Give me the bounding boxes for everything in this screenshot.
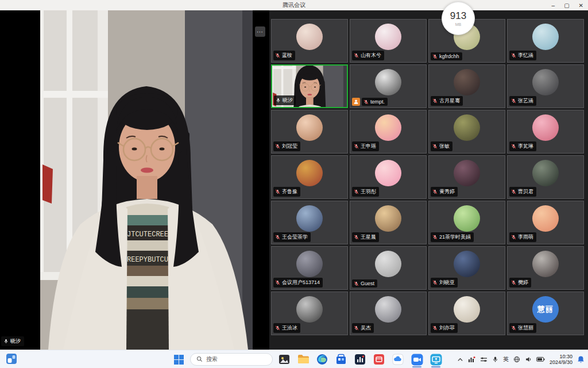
participant-labelbar: 张艺涵 (509, 96, 536, 106)
participant-tile[interactable]: 会议用户513714 (271, 246, 348, 290)
close-button[interactable]: ✕ (579, 2, 583, 9)
participant-tile[interactable]: 晓汐 (271, 64, 348, 108)
participant-labelbar: 21茶学时美娟 (431, 232, 474, 242)
participant-tile[interactable]: 21茶学时美娟 (428, 201, 505, 244)
maximize-button[interactable]: ▢ (564, 2, 569, 9)
file-explorer-icon[interactable] (296, 351, 311, 368)
minimize-button[interactable]: – (552, 2, 555, 9)
mic-muted-icon (275, 280, 280, 285)
microphone-tray-icon[interactable] (492, 356, 498, 363)
participant-tile[interactable]: 王羽彤 (350, 155, 427, 199)
battery-icon[interactable] (536, 356, 545, 362)
participant-labelbar: 刘冠莹 (273, 141, 300, 151)
participant-tile[interactable]: 王申瑶 (350, 110, 427, 154)
participant-tile[interactable]: 王会莹茶学 (271, 201, 348, 244)
self-video (40, 10, 253, 350)
mic-muted-icon (275, 144, 280, 149)
participant-labelbar: kgfrdchh (431, 52, 462, 60)
participant-name: 李忆涵 (518, 52, 533, 59)
main-video-pane[interactable]: 晓汐 (0, 10, 269, 350)
screen-share-app-icon[interactable] (428, 351, 443, 368)
participant-tile[interactable]: 刘晓亚 (428, 246, 505, 290)
participant-tile[interactable]: 李忆涵 (507, 19, 584, 63)
avatar (454, 160, 480, 186)
participant-tile[interactable]: Guest (350, 246, 427, 290)
participant-tile[interactable]: 古月星骞 (428, 64, 505, 108)
network-traffic-badge[interactable]: 913 MB (442, 2, 475, 35)
mic-muted-icon (432, 144, 438, 149)
avatar (375, 296, 401, 323)
hidden-icons-chevron[interactable] (457, 356, 463, 363)
traffic-value: 913 (450, 10, 466, 22)
participant-name: 21茶学时美娟 (439, 233, 471, 241)
participant-tile[interactable]: tempt. (350, 64, 427, 108)
participant-labelbar: 曹贝君 (509, 187, 536, 197)
participant-labelbar: 李忆涵 (509, 51, 536, 60)
participant-labelbar: 李雨萌 (509, 232, 536, 242)
grid-collapse-button[interactable]: ⋯ (255, 26, 265, 37)
microsoft-store-icon[interactable] (334, 351, 349, 368)
sliders-icon[interactable] (480, 356, 488, 363)
mic-muted-icon (432, 98, 438, 103)
avatar (532, 205, 559, 232)
taskbar-clock[interactable]: 10:30 2024/9/30 (550, 354, 572, 366)
avatar (532, 24, 559, 50)
cloud-drive-icon[interactable] (390, 351, 405, 368)
volume-icon[interactable] (525, 356, 532, 363)
participant-labelbar: 古月星骞 (431, 96, 463, 106)
participant-tile[interactable]: 吴杰 (350, 292, 427, 335)
participant-labelbar: 王洽冰 (273, 323, 300, 333)
participant-tile[interactable]: 山有木兮 (350, 19, 427, 63)
participant-name: 李芄琳 (518, 143, 533, 150)
avatar (296, 205, 323, 232)
participant-tile[interactable]: 蓝桉 (271, 19, 348, 63)
participant-labelbar: 齐鲁豫 (273, 187, 300, 197)
start-button[interactable] (171, 351, 186, 368)
participant-name: 黄秀婷 (439, 188, 455, 195)
participant-tile[interactable]: 李雨萌 (507, 201, 584, 244)
avatar (454, 114, 480, 141)
red-app-icon[interactable] (372, 351, 386, 368)
participant-tile[interactable]: 慧丽张慧丽 (507, 292, 584, 335)
participant-labelbar: 刘晓亚 (431, 278, 458, 288)
mic-muted-icon (511, 53, 516, 58)
participant-tile[interactable]: 樊婷 (507, 246, 584, 290)
participant-tile[interactable]: 王星晨 (350, 201, 427, 244)
mic-muted-icon (432, 235, 438, 240)
participant-labelbar: 黄秀婷 (431, 187, 458, 197)
participant-tile[interactable]: 齐鲁豫 (271, 155, 348, 199)
participant-tile[interactable]: 刘亦菲 (428, 292, 505, 335)
mic-muted-icon (275, 53, 280, 58)
participant-name: 王申瑶 (361, 143, 376, 150)
mic-muted-icon (275, 325, 280, 331)
mic-muted-icon (432, 280, 438, 285)
mic-muted-icon (354, 189, 359, 194)
edge-browser-icon[interactable] (315, 351, 330, 368)
mic-on-icon (3, 339, 9, 344)
avatar (454, 69, 480, 95)
participant-tile[interactable]: 黄秀婷 (428, 155, 505, 199)
tencent-meeting-icon[interactable] (409, 351, 424, 368)
participant-tile[interactable]: 曹贝君 (507, 155, 584, 199)
participant-tile[interactable]: 张敏 (428, 110, 505, 154)
participant-tile[interactable]: 李芄琳 (507, 110, 584, 154)
widgets-icon[interactable] (6, 353, 17, 367)
search-input[interactable]: 搜索 (190, 353, 273, 366)
participant-tile[interactable]: 张艺涵 (507, 64, 584, 108)
photos-icon[interactable] (277, 351, 292, 368)
mic-muted-icon (511, 98, 516, 103)
mic-on-icon (276, 98, 281, 103)
participant-name: Guest (361, 281, 374, 286)
participant-tile[interactable]: 王洽冰 (271, 292, 348, 335)
avatar (375, 251, 401, 277)
media-levels-icon[interactable] (353, 351, 368, 368)
taskbar-center: 搜索 (171, 350, 443, 368)
meeting-content: 晓汐 蓝桉山有木兮kgfrdchh李忆涵晓汐tempt.古月星骞张艺涵刘冠莹王申… (0, 10, 588, 350)
network-globe-icon[interactable] (513, 356, 520, 363)
notification-bell-icon[interactable] (577, 355, 585, 363)
media-levels-tray-icon[interactable] (468, 356, 475, 363)
avatar (532, 69, 559, 95)
ime-language[interactable]: 英 (503, 355, 509, 363)
participant-tile[interactable]: 刘冠莹 (271, 110, 348, 154)
participant-labelbar: 吴杰 (352, 323, 374, 333)
